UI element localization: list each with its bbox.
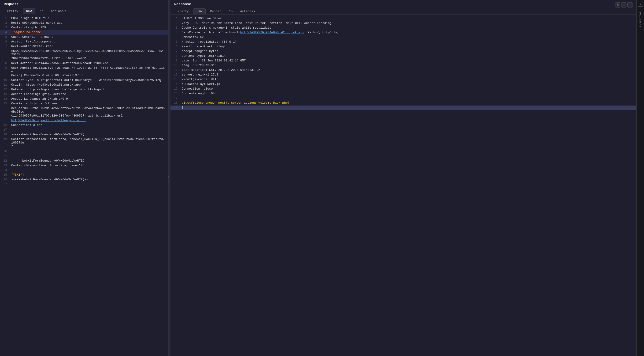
table-row: 4 Pragma: no-cache (0, 30, 168, 35)
chevron-down-icon: ▼ (64, 10, 66, 13)
inspector-sidebar: ≡ INSPECTOR (636, 0, 644, 356)
table-row: 27 (0, 182, 168, 187)
table-row: 13 x-nextjs-cache: HIT (170, 77, 636, 82)
table-row: 1 HTTP/1.1 303 See Other (170, 17, 636, 21)
table-row: 16 Content-Length: 60 (170, 91, 636, 96)
table-row: c1149436597b90aa31707a8264980feb44809527… (0, 114, 168, 118)
table-row: 8 content-type: text/plain (170, 54, 636, 59)
request-tab-newline[interactable]: \n (36, 8, 47, 14)
response-body: 1 HTTP/1.1 303 See Other 2 Vary: RSC, Ne… (170, 15, 636, 356)
table-row: 11 last-modified: Sat, 29 Jun 2024 04:43… (170, 68, 636, 73)
table-row: 1 POST /logout HTTP/1.1 (0, 16, 168, 21)
table-row: 8 Next-Action: c3a144622dd5b5046f1ccb600… (0, 61, 168, 66)
request-tab-bar: Pretty Raw \n Actions ▼ (4, 8, 165, 14)
settings-icon[interactable]: ⋯ (627, 2, 632, 8)
request-tab-raw[interactable]: Raw (23, 8, 35, 14)
request-tab-pretty[interactable]: Pretty (4, 8, 22, 14)
table-row: 14 X-Powered-By: Next.js (170, 82, 636, 87)
resize-handle[interactable]: ⋮ (168, 0, 170, 356)
table-row: 11 Origin: https://c934e0b0ca01.ngrok.ap… (0, 83, 168, 87)
table-row: 6 Accept: text/x-component (0, 40, 168, 44)
table-row: 17 (0, 128, 168, 132)
table-row: Gecko) Chrome/87.0.4280.66 Safari/537.36 (0, 73, 168, 78)
table-row: 12 server: nginx/1.27.0 (170, 73, 636, 77)
table-row: SameSite=lax (170, 35, 636, 40)
table-row: 24 (0, 168, 168, 173)
table-row: 9 User-Agent: Mozilla/5.0 (Windows NT 10… (0, 66, 168, 73)
request-panel: Request Pretty Raw \n Actions ▼ 1 POST /… (0, 0, 168, 356)
chevron-down-icon: ▼ (254, 10, 255, 13)
table-row: 12 Referer: http://log-action.challenge.… (0, 87, 168, 92)
table-row: 18 ------WebKitFormBoundary6VwX6doMaLVAH… (0, 132, 168, 137)
table-row: 17 (170, 96, 636, 101)
table-row: 14 Accept-Language: zh-CN,zh;q=0.9 (0, 97, 168, 102)
table-row: 22 ------WebKitFormBoundary6VwX6doMaLVAH… (0, 159, 168, 163)
table-row: 26 ------WebKitFormBoundary6VwX6doMaLVAH… (0, 177, 168, 182)
response-tab-render[interactable]: Render (206, 9, 224, 14)
table-row: 2 Vary: RSC, Next-Router-State-Tree, Nex… (170, 21, 636, 26)
response-header: Response ⊞ ☰ ⋯ Pretty Raw Render \n Acti… (170, 0, 636, 15)
table-row: 23 Content-Disposition: form-data; name=… (0, 163, 168, 168)
request-title: Request (4, 2, 165, 6)
table-row: 19 Content-Disposition: form-data; name=… (0, 137, 168, 145)
response-panel: Response ⊞ ☰ ⋯ Pretty Raw Render \n Acti… (170, 0, 636, 356)
table-row: 3 Content-Length: 279 (0, 26, 168, 30)
table-row: 13 Accept-Encoding: gzip, deflate (0, 92, 168, 97)
table-row: http%3A%2F%2Flog-action.challenge.uiuc.t… (0, 118, 168, 123)
grid-icon[interactable]: ⊞ (615, 2, 620, 8)
table-row: 20 (0, 149, 168, 154)
response-tab-newline[interactable]: \n (226, 9, 236, 14)
table-row: 3 Cache-Control: s-maxage=1, stale-while… (170, 26, 636, 31)
response-tab-bar: Pretty Raw Render \n Actions ▼ (174, 9, 632, 14)
inspector-toggle[interactable]: ≡ (638, 2, 643, 7)
table-row: bec6bc7d0596fbc37528a54c566abf242b079a00… (0, 106, 168, 114)
table-row: 25 ["$K1"] (0, 173, 168, 177)
table-row: 18 uiuctf{close_enough_nextjs_server_act… (170, 101, 636, 106)
request-actions-button[interactable]: Actions ▼ (48, 8, 69, 14)
request-header: Request Pretty Raw \n Actions ▼ (0, 0, 168, 14)
table-row: 15 Connection: close (170, 87, 636, 91)
list-icon[interactable]: ☰ (621, 2, 626, 8)
response-tab-pretty[interactable]: Pretty (174, 9, 192, 14)
table-row: 7 Next-Router-State-Tree: (0, 44, 168, 49)
table-row: " (0, 145, 168, 149)
table-row: 5 Cache-Control: no-cache (0, 35, 168, 40)
table-row: 16 Connection: close (0, 123, 168, 128)
table-row: 6 x-action-redirect: /login (170, 45, 636, 49)
table-row: 7B%7D%5D%7D%5D%7D%2Cnull%2Cnull%2Ctrue%5… (0, 57, 168, 61)
response-tab-raw[interactable]: Raw (193, 9, 206, 14)
table-row: 2 Host: c934e0b0ca01.ngrok.app (0, 21, 168, 26)
table-row: 21 (0, 154, 168, 159)
table-row: 15 Cookie: authjs.csrf-token= (0, 102, 168, 106)
table-row: 5 x-action-revalidated: [[],0,1] (170, 40, 636, 45)
inspector-label: INSPECTOR (639, 11, 642, 27)
request-body: 1 POST /logout HTTP/1.1 2 Host: c934e0b0… (0, 14, 168, 356)
response-actions-button[interactable]: Actions ▼ (237, 9, 258, 14)
table-row: %5B%22%2C%7B%22children%22%3A%5B%22logou… (0, 49, 168, 57)
table-row: 19 (170, 106, 636, 110)
table-row: 7 accept-ranges: bytes (170, 49, 636, 54)
table-row: 4 Set-Cookie: authjs.callback-url=http%3… (170, 31, 636, 35)
top-icons: ⊞ ☰ ⋯ (615, 2, 632, 8)
table-row: 9 date: Sun, 30 Jun 2024 02:42:14 GMT (170, 59, 636, 63)
table-row: 10 etag: "667f90f3-3c" (170, 63, 636, 68)
response-title: Response (174, 2, 191, 6)
table-row: 10 Content-Type: multipart/form-data; bo… (0, 78, 168, 83)
